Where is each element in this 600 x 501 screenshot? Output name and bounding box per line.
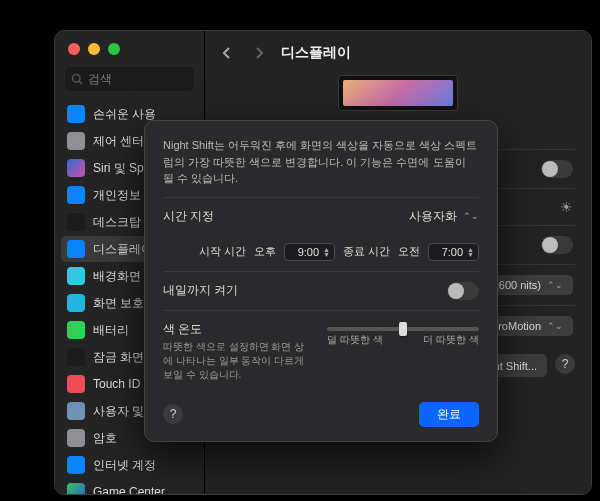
sidebar-item-label: 인터넷 계정 xyxy=(93,457,156,474)
minimize-window-button[interactable] xyxy=(88,43,100,55)
schedule-select[interactable]: 사용자화 ⌃⌄ xyxy=(409,208,479,225)
schedule-row: 시간 지정 사용자화 ⌃⌄ xyxy=(163,197,479,235)
chevron-updown-icon: ⌃⌄ xyxy=(463,211,479,221)
sidebar-item-label: 배경화면 xyxy=(93,268,141,285)
chevron-updown-icon: ⌃⌄ xyxy=(547,280,563,290)
sidebar-item-label: Game Center xyxy=(93,485,165,494)
key-icon xyxy=(67,429,85,447)
users-icon xyxy=(67,402,85,420)
stepper-buttons-icon: ▲▼ xyxy=(467,247,474,257)
sidebar-item-label: 암호 xyxy=(93,430,117,447)
sidebar-item-label: 잠금 화면 xyxy=(93,349,144,366)
start-label: 시작 시간 xyxy=(199,244,246,259)
end-label: 종료 시간 xyxy=(343,244,390,259)
forward-button[interactable] xyxy=(249,43,269,63)
dock-icon xyxy=(67,213,85,231)
more-warm-label: 더 따뜻한 색 xyxy=(423,333,479,347)
manual-label: 내일까지 켜기 xyxy=(163,282,238,299)
sidebar-item-at[interactable]: 인터넷 계정 xyxy=(61,452,198,478)
controls-icon xyxy=(67,132,85,150)
back-button[interactable] xyxy=(217,43,237,63)
end-time-stepper[interactable]: 7:00 ▲▼ xyxy=(428,243,479,261)
schedule-time-row: 시작 시간 오후 9:00 ▲▼ 종료 시간 오전 7:00 ▲▼ xyxy=(163,235,479,271)
start-ampm: 오후 xyxy=(254,244,276,259)
night-shift-sheet: Night Shift는 어두워진 후에 화면의 색상을 자동으로 색상 스펙트… xyxy=(144,120,498,442)
chevron-updown-icon: ⌃⌄ xyxy=(547,321,563,331)
done-button[interactable]: 완료 xyxy=(419,402,479,427)
sheet-help-button[interactable]: ? xyxy=(163,404,183,424)
help-button[interactable]: ? xyxy=(555,354,575,374)
search-input[interactable]: 검색 xyxy=(65,67,194,91)
stepper-buttons-icon: ▲▼ xyxy=(323,247,330,257)
svg-point-0 xyxy=(73,75,81,83)
color-temp-slider[interactable] xyxy=(327,327,479,331)
slider-knob[interactable] xyxy=(399,322,407,336)
search-placeholder: 검색 xyxy=(88,71,112,88)
titlebar: 디스플레이 xyxy=(205,31,591,75)
fingerprint-icon xyxy=(67,375,85,393)
window-controls xyxy=(55,31,204,63)
close-window-button[interactable] xyxy=(68,43,80,55)
schedule-label: 시간 지정 xyxy=(163,208,214,225)
siri-icon xyxy=(67,159,85,177)
toggle-1[interactable] xyxy=(541,160,573,178)
display-icon xyxy=(67,240,85,258)
zoom-window-button[interactable] xyxy=(108,43,120,55)
manual-row: 내일까지 켜기 xyxy=(163,271,479,310)
at-icon xyxy=(67,456,85,474)
sidebar-item-label: 배터리 xyxy=(93,322,129,339)
display-thumbnail[interactable] xyxy=(338,75,458,111)
battery-icon xyxy=(67,321,85,339)
sidebar-item-label: 손쉬운 사용 xyxy=(93,106,156,123)
brightness-icon: ☀ xyxy=(560,199,573,215)
hand-icon xyxy=(67,186,85,204)
toggle-2[interactable] xyxy=(541,236,573,254)
night-shift-description: Night Shift는 어두워진 후에 화면의 색상을 자동으로 색상 스펙트… xyxy=(163,137,479,187)
search-icon xyxy=(71,73,83,85)
screensaver-icon xyxy=(67,294,85,312)
accessibility-icon xyxy=(67,105,85,123)
end-ampm: 오전 xyxy=(398,244,420,259)
game-icon xyxy=(67,483,85,494)
svg-line-1 xyxy=(79,81,82,84)
sidebar-item-label: 제어 센터 xyxy=(93,133,144,150)
manual-toggle[interactable] xyxy=(447,282,479,300)
color-temp-label: 색 온도 xyxy=(163,321,313,338)
color-temp-note: 따뜻한 색으로 설정하면 화면 상에 나타나는 일부 동작이 다르게 보일 수 … xyxy=(163,338,313,382)
page-title: 디스플레이 xyxy=(281,44,351,62)
lock-icon xyxy=(67,348,85,366)
sidebar-item-game[interactable]: Game Center xyxy=(61,479,198,494)
wallpaper-icon xyxy=(67,267,85,285)
color-temp-row: 색 온도 따뜻한 색으로 설정하면 화면 상에 나타나는 일부 동작이 다르게 … xyxy=(163,310,479,392)
less-warm-label: 덜 따뜻한 색 xyxy=(327,333,383,347)
start-time-stepper[interactable]: 9:00 ▲▼ xyxy=(284,243,335,261)
